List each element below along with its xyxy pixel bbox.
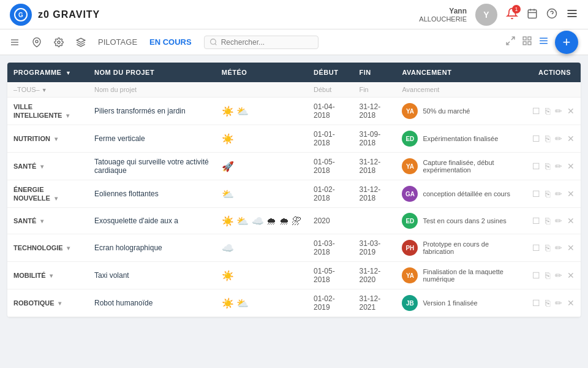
filter-programme[interactable]: –TOUS– ▼: [7, 82, 88, 98]
cell-debut: 01-03-2018: [307, 234, 353, 262]
svg-rect-2: [528, 10, 537, 18]
add-fab-button[interactable]: +: [555, 31, 578, 54]
action-edit-icon[interactable]: ✏: [555, 189, 562, 199]
programme-chevron-icon: ▾: [57, 300, 62, 307]
user-avatar-badge: ED: [402, 213, 418, 229]
cell-avancement: ED Test en cours dans 2 usines: [396, 208, 526, 234]
nav-settings[interactable]: [54, 37, 64, 47]
filter-avancement: Avancement: [396, 82, 526, 98]
filter-nom-projet: Nom du projet: [88, 82, 216, 98]
help-icon[interactable]: [546, 8, 557, 21]
avancement-text: Finalisation de la maquette numérique: [423, 268, 520, 283]
programme-chevron-icon: ▾: [53, 136, 58, 142]
cell-nom-projet: Eoliennes flottantes: [88, 180, 216, 208]
action-checkbox-icon[interactable]: ☐: [532, 298, 540, 308]
action-copy-icon[interactable]: ⎘: [545, 216, 550, 226]
action-delete-icon[interactable]: ✕: [567, 161, 575, 171]
action-copy-icon[interactable]: ⎘: [545, 106, 550, 116]
user-info: Yann ALLOUCHERIE: [419, 7, 467, 23]
action-edit-icon[interactable]: ✏: [555, 298, 562, 308]
svg-rect-21: [523, 37, 526, 40]
nav-en-cours[interactable]: EN COURS: [149, 37, 192, 47]
action-checkbox-icon[interactable]: ☐: [532, 161, 540, 171]
cell-meteo: 🚀: [216, 153, 307, 180]
action-copy-icon[interactable]: ⎘: [545, 298, 550, 308]
nav-hamburger[interactable]: [10, 37, 20, 47]
avatar[interactable]: Y: [475, 4, 497, 26]
action-delete-icon[interactable]: ✕: [567, 134, 575, 144]
cell-avancement: YA Capture finalisée, début expérimentat…: [396, 153, 526, 180]
svg-line-20: [507, 42, 510, 45]
action-edit-icon[interactable]: ✏: [555, 134, 562, 144]
avancement-text: Expérimentation finalisée: [423, 135, 498, 142]
nav-layers[interactable]: [76, 37, 86, 47]
notifications-bell[interactable]: 1: [506, 7, 518, 22]
action-edit-icon[interactable]: ✏: [555, 243, 562, 253]
col-meteo[interactable]: MÉTÉO: [216, 63, 307, 82]
action-copy-icon[interactable]: ⎘: [545, 243, 550, 253]
col-avancement[interactable]: AVANCEMENT: [396, 63, 526, 82]
table-row: TECHNOLOGIE ▾Ecran holographique☁️01-03-…: [7, 234, 581, 262]
search-icon: [209, 38, 217, 46]
cell-fin: 31-12-2018: [353, 98, 396, 125]
cell-debut: 01-05-2018: [307, 153, 353, 180]
programme-chevron-icon: ▾: [39, 163, 43, 170]
nav-pilotage[interactable]: PILOTAGE: [98, 37, 137, 47]
view-grid-icon[interactable]: [522, 36, 532, 48]
action-delete-icon[interactable]: ✕: [567, 189, 575, 199]
cell-fin: 31-12-2018: [353, 180, 396, 208]
cell-actions: ☐ ⎘ ✏ ✕: [526, 262, 581, 289]
logo-text: z0 GRAVITY: [38, 9, 100, 20]
col-fin[interactable]: FIN: [353, 63, 396, 82]
action-delete-icon[interactable]: ✕: [567, 216, 575, 226]
cell-avancement: GA conception détaillée en cours: [396, 180, 526, 208]
action-edit-icon[interactable]: ✏: [555, 161, 562, 171]
filter-meteo: [216, 82, 307, 98]
view-expand-icon[interactable]: [505, 36, 516, 48]
user-avatar-badge: PH: [402, 240, 418, 256]
action-checkbox-icon[interactable]: ☐: [532, 134, 540, 144]
action-copy-icon[interactable]: ⎘: [545, 134, 550, 144]
avancement-text: 50% du marché: [423, 107, 470, 115]
action-checkbox-icon[interactable]: ☐: [532, 216, 540, 226]
action-delete-icon[interactable]: ✕: [567, 270, 575, 280]
table-row: MOBILITÉ ▾Taxi volant☀️01-05-201831-12-2…: [7, 262, 581, 289]
action-checkbox-icon[interactable]: ☐: [532, 189, 540, 199]
action-edit-icon[interactable]: ✏: [555, 270, 562, 280]
action-delete-icon[interactable]: ✕: [567, 298, 575, 308]
cell-programme: VILLE INTELLIGENTE ▾: [7, 98, 88, 125]
action-edit-icon[interactable]: ✏: [555, 106, 562, 116]
cell-actions: ☐ ⎘ ✏ ✕: [526, 289, 581, 317]
col-programme[interactable]: PROGRAMME ▼: [7, 63, 88, 82]
programme-chevron-icon: ▾: [39, 218, 43, 224]
action-delete-icon[interactable]: ✕: [567, 106, 575, 116]
calendar-icon[interactable]: [527, 8, 538, 21]
action-edit-icon[interactable]: ✏: [555, 216, 562, 226]
cell-actions: ☐ ⎘ ✏ ✕: [526, 125, 581, 153]
sub-nav-right: +: [505, 31, 578, 54]
action-checkbox-icon[interactable]: ☐: [532, 243, 540, 253]
cell-actions: ☐ ⎘ ✏ ✕: [526, 153, 581, 180]
action-copy-icon[interactable]: ⎘: [545, 189, 550, 199]
svg-line-19: [511, 37, 514, 40]
action-checkbox-icon[interactable]: ☐: [532, 106, 540, 116]
search-box[interactable]: [204, 36, 318, 49]
cell-debut: 01-01-2018: [307, 125, 353, 153]
programme-chevron-icon: ▾: [66, 245, 70, 251]
cell-nom-projet: Ferme verticale: [88, 125, 216, 153]
user-avatar-badge: YA: [402, 158, 418, 174]
action-checkbox-icon[interactable]: ☐: [532, 270, 540, 280]
menu-icon[interactable]: [566, 7, 578, 22]
nav-location[interactable]: [32, 37, 42, 47]
filter-chevron-icon: ▼: [42, 87, 47, 93]
col-nom-projet[interactable]: NOM DU PROJET: [88, 63, 216, 82]
search-input[interactable]: [221, 38, 313, 47]
action-copy-icon[interactable]: ⎘: [545, 270, 550, 280]
col-debut[interactable]: DÉBUT: [307, 63, 353, 82]
action-copy-icon[interactable]: ⎘: [545, 161, 550, 171]
table-body: –TOUS– ▼ Nom du projet Début Fin Avancem…: [7, 82, 581, 317]
view-list-icon[interactable]: [538, 36, 549, 48]
action-delete-icon[interactable]: ✕: [567, 243, 575, 253]
cell-avancement: PH Prototype en cours de fabrication: [396, 234, 526, 262]
cell-avancement: JB Version 1 finalisée: [396, 289, 526, 317]
